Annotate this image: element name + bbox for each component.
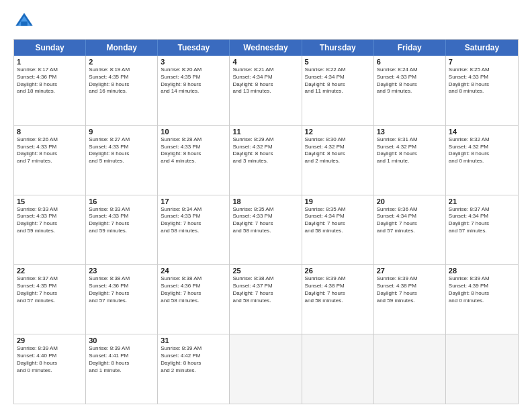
- day-info: Sunrise: 8:30 AMSunset: 4:32 PMDaylight:…: [305, 136, 371, 165]
- day-number: 5: [305, 58, 371, 66]
- svg-rect-2: [21, 21, 28, 26]
- day-info: Sunrise: 8:24 AMSunset: 4:33 PMDaylight:…: [377, 66, 443, 95]
- day-number: 14: [449, 128, 515, 136]
- day-info: Sunrise: 8:36 AMSunset: 4:34 PMDaylight:…: [377, 206, 443, 235]
- day-number: 29: [17, 336, 83, 345]
- day-info: Sunrise: 8:39 AMSunset: 4:39 PMDaylight:…: [449, 275, 515, 304]
- day-info: Sunrise: 8:29 AMSunset: 4:32 PMDaylight:…: [232, 136, 298, 165]
- day-info: Sunrise: 8:33 AMSunset: 4:33 PMDaylight:…: [17, 206, 83, 235]
- day-info: Sunrise: 8:33 AMSunset: 4:33 PMDaylight:…: [89, 206, 154, 235]
- day-cell-26: 26Sunrise: 8:39 AMSunset: 4:38 PMDayligh…: [302, 265, 374, 334]
- day-info: Sunrise: 8:26 AMSunset: 4:33 PMDaylight:…: [17, 136, 83, 165]
- day-info: Sunrise: 8:22 AMSunset: 4:34 PMDaylight:…: [305, 66, 371, 95]
- day-info: Sunrise: 8:31 AMSunset: 4:32 PMDaylight:…: [377, 136, 443, 165]
- day-info: Sunrise: 8:25 AMSunset: 4:33 PMDaylight:…: [449, 66, 515, 95]
- empty-cell: [230, 334, 302, 404]
- day-cell-28: 28Sunrise: 8:39 AMSunset: 4:39 PMDayligh…: [446, 265, 518, 334]
- day-number: 16: [89, 197, 154, 205]
- day-info: Sunrise: 8:32 AMSunset: 4:32 PMDaylight:…: [449, 136, 515, 165]
- day-info: Sunrise: 8:39 AMSunset: 4:42 PMDaylight:…: [161, 345, 226, 374]
- day-number: 7: [449, 58, 515, 66]
- day-number: 23: [89, 267, 154, 275]
- day-cell-23: 23Sunrise: 8:38 AMSunset: 4:36 PMDayligh…: [86, 265, 158, 334]
- calendar-body: 1Sunrise: 8:17 AMSunset: 4:36 PMDaylight…: [14, 56, 518, 404]
- header-day-sunday: Sunday: [14, 40, 86, 56]
- day-cell-17: 17Sunrise: 8:34 AMSunset: 4:33 PMDayligh…: [158, 195, 230, 265]
- day-info: Sunrise: 8:39 AMSunset: 4:38 PMDaylight:…: [377, 275, 443, 304]
- day-number: 30: [89, 336, 154, 345]
- day-info: Sunrise: 8:27 AMSunset: 4:33 PMDaylight:…: [89, 136, 154, 165]
- day-number: 25: [232, 267, 298, 275]
- day-cell-21: 21Sunrise: 8:37 AMSunset: 4:34 PMDayligh…: [446, 195, 518, 265]
- header-day-wednesday: Wednesday: [230, 40, 302, 56]
- header-day-thursday: Thursday: [302, 40, 374, 56]
- day-info: Sunrise: 8:21 AMSunset: 4:34 PMDaylight:…: [232, 66, 298, 95]
- day-cell-1: 1Sunrise: 8:17 AMSunset: 4:36 PMDaylight…: [14, 56, 86, 125]
- day-number: 19: [305, 197, 371, 205]
- day-number: 12: [305, 128, 371, 136]
- page: SundayMondayTuesdayWednesdayThursdayFrid…: [0, 0, 532, 411]
- day-cell-14: 14Sunrise: 8:32 AMSunset: 4:32 PMDayligh…: [446, 126, 518, 195]
- day-cell-13: 13Sunrise: 8:31 AMSunset: 4:32 PMDayligh…: [374, 126, 446, 195]
- day-cell-30: 30Sunrise: 8:39 AMSunset: 4:41 PMDayligh…: [86, 334, 158, 404]
- day-cell-9: 9Sunrise: 8:27 AMSunset: 4:33 PMDaylight…: [86, 126, 158, 195]
- logo-icon: [13, 11, 35, 32]
- day-number: 11: [232, 128, 298, 136]
- day-info: Sunrise: 8:20 AMSunset: 4:35 PMDaylight:…: [161, 66, 226, 95]
- day-info: Sunrise: 8:35 AMSunset: 4:34 PMDaylight:…: [305, 206, 371, 235]
- day-cell-7: 7Sunrise: 8:25 AMSunset: 4:33 PMDaylight…: [446, 56, 518, 125]
- day-info: Sunrise: 8:38 AMSunset: 4:36 PMDaylight:…: [161, 275, 226, 304]
- day-info: Sunrise: 8:39 AMSunset: 4:38 PMDaylight:…: [305, 275, 371, 304]
- day-number: 6: [377, 58, 443, 66]
- day-number: 1: [17, 58, 83, 66]
- day-number: 3: [161, 58, 226, 66]
- day-cell-2: 2Sunrise: 8:19 AMSunset: 4:35 PMDaylight…: [86, 56, 158, 125]
- day-number: 22: [17, 267, 83, 275]
- day-cell-11: 11Sunrise: 8:29 AMSunset: 4:32 PMDayligh…: [230, 126, 302, 195]
- day-cell-25: 25Sunrise: 8:38 AMSunset: 4:37 PMDayligh…: [230, 265, 302, 334]
- day-cell-15: 15Sunrise: 8:33 AMSunset: 4:33 PMDayligh…: [14, 195, 86, 265]
- day-number: 9: [89, 128, 154, 136]
- day-number: 18: [232, 197, 298, 205]
- day-info: Sunrise: 8:28 AMSunset: 4:33 PMDaylight:…: [161, 136, 226, 165]
- header-day-saturday: Saturday: [446, 40, 518, 56]
- day-number: 10: [161, 128, 226, 136]
- day-cell-31: 31Sunrise: 8:39 AMSunset: 4:42 PMDayligh…: [158, 334, 230, 404]
- day-cell-3: 3Sunrise: 8:20 AMSunset: 4:35 PMDaylight…: [158, 56, 230, 125]
- day-info: Sunrise: 8:35 AMSunset: 4:33 PMDaylight:…: [232, 206, 298, 235]
- day-cell-10: 10Sunrise: 8:28 AMSunset: 4:33 PMDayligh…: [158, 126, 230, 195]
- day-info: Sunrise: 8:17 AMSunset: 4:36 PMDaylight:…: [17, 66, 83, 95]
- day-number: 21: [449, 197, 515, 205]
- week-row-2: 8Sunrise: 8:26 AMSunset: 4:33 PMDaylight…: [14, 126, 518, 195]
- day-cell-4: 4Sunrise: 8:21 AMSunset: 4:34 PMDaylight…: [230, 56, 302, 125]
- calendar-header: SundayMondayTuesdayWednesdayThursdayFrid…: [14, 40, 518, 56]
- day-number: 17: [161, 197, 226, 205]
- day-cell-16: 16Sunrise: 8:33 AMSunset: 4:33 PMDayligh…: [86, 195, 158, 265]
- day-number: 27: [377, 267, 443, 275]
- day-number: 31: [161, 336, 226, 345]
- day-info: Sunrise: 8:39 AMSunset: 4:40 PMDaylight:…: [17, 345, 83, 374]
- day-number: 20: [377, 197, 443, 205]
- week-row-4: 22Sunrise: 8:37 AMSunset: 4:35 PMDayligh…: [14, 265, 518, 334]
- day-info: Sunrise: 8:38 AMSunset: 4:37 PMDaylight:…: [232, 275, 298, 304]
- day-info: Sunrise: 8:37 AMSunset: 4:35 PMDaylight:…: [17, 275, 83, 304]
- header-day-friday: Friday: [374, 40, 446, 56]
- day-number: 2: [89, 58, 154, 66]
- day-cell-29: 29Sunrise: 8:39 AMSunset: 4:40 PMDayligh…: [14, 334, 86, 404]
- header-day-tuesday: Tuesday: [158, 40, 230, 56]
- empty-cell: [446, 334, 518, 404]
- day-cell-8: 8Sunrise: 8:26 AMSunset: 4:33 PMDaylight…: [14, 126, 86, 195]
- day-info: Sunrise: 8:34 AMSunset: 4:33 PMDaylight:…: [161, 206, 226, 235]
- day-info: Sunrise: 8:38 AMSunset: 4:36 PMDaylight:…: [89, 275, 154, 304]
- day-number: 26: [305, 267, 371, 275]
- day-number: 24: [161, 267, 226, 275]
- logo: [13, 11, 38, 32]
- day-cell-6: 6Sunrise: 8:24 AMSunset: 4:33 PMDaylight…: [374, 56, 446, 125]
- empty-cell: [302, 334, 374, 404]
- day-cell-19: 19Sunrise: 8:35 AMSunset: 4:34 PMDayligh…: [302, 195, 374, 265]
- day-number: 28: [449, 267, 515, 275]
- day-cell-22: 22Sunrise: 8:37 AMSunset: 4:35 PMDayligh…: [14, 265, 86, 334]
- day-number: 8: [17, 128, 83, 136]
- day-number: 4: [232, 58, 298, 66]
- calendar: SundayMondayTuesdayWednesdayThursdayFrid…: [13, 39, 519, 404]
